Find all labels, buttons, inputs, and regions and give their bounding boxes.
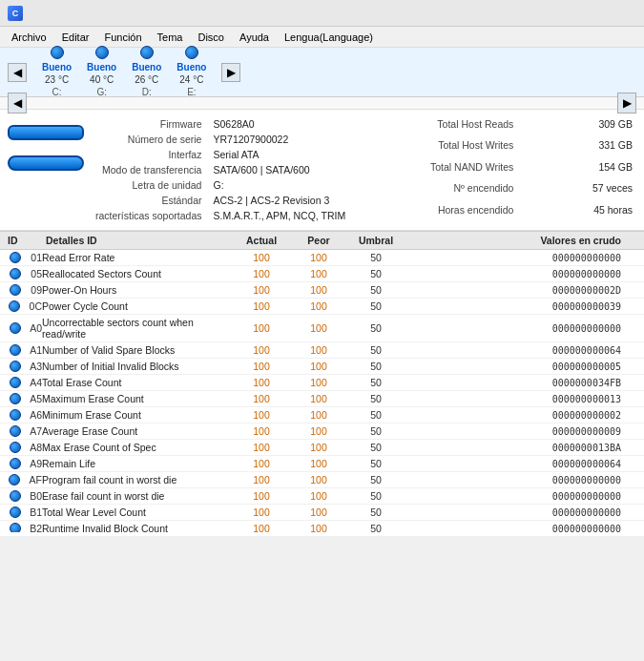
menu-bar: ArchivoEditarFunciónTemaDiscoAyudaLengua…	[0, 27, 644, 48]
row-desc: Total Wear Level Count	[42, 506, 233, 518]
nav-next-button[interactable]: ▶	[617, 93, 636, 114]
row-id-text: B1	[30, 506, 42, 518]
header-actual: Actual	[233, 235, 290, 246]
menu-item-disco[interactable]: Disco	[190, 30, 232, 45]
table-row[interactable]: A5 Maximum Erase Count 100 100 50 000000…	[0, 391, 644, 407]
row-crudo: 000000000000	[405, 475, 640, 485]
row-dot	[10, 442, 21, 453]
menu-item-ayuda[interactable]: Ayuda	[232, 30, 277, 45]
row-id-text: 0C	[30, 300, 42, 312]
maximize-button[interactable]	[581, 4, 608, 23]
row-id: B2	[4, 523, 42, 532]
minimize-button[interactable]	[552, 4, 579, 23]
row-id-text: A1	[30, 344, 42, 356]
row-desc: Maximum Erase Count	[42, 393, 233, 404]
row-actual: 100	[233, 344, 290, 356]
header-umbral: Umbral	[347, 235, 405, 246]
disk-tab-info-0: Bueno 23 °C C:	[42, 61, 72, 98]
row-id-text: A9	[30, 458, 42, 469]
table-header: ID Detalles ID Actual Peor Umbral Valore…	[0, 231, 644, 250]
row-dot	[10, 252, 21, 263]
table-row[interactable]: A9 Remain Life 100 100 50 000000000064	[0, 456, 644, 472]
table-row[interactable]: A6 Minimum Erase Count 100 100 50 000000…	[0, 407, 644, 423]
table-row[interactable]: A1 Number of Valid Spare Blocks 100 100 …	[0, 342, 644, 359]
header-id: ID	[4, 235, 42, 246]
row-dot	[10, 523, 21, 532]
table-row[interactable]: 09 Power-On Hours 100 100 50 00000000002…	[0, 282, 644, 299]
table-body[interactable]: 01 Read Error Rate 100 100 50 0000000000…	[0, 250, 644, 532]
row-id: A5	[4, 393, 42, 404]
menu-item-editar[interactable]: Editar	[54, 30, 97, 45]
row-crudo: 00000000002D	[405, 285, 640, 296]
close-button[interactable]	[610, 4, 636, 23]
disk-tabs: ◀ Bueno 23 °C C: Bueno 40 °C G: Bueno 26…	[0, 48, 644, 97]
row-crudo: 000000000064	[405, 459, 640, 469]
row-umbral: 50	[347, 523, 405, 532]
menu-item-lengua(language)[interactable]: Lengua(Language)	[277, 30, 381, 45]
row-dot	[10, 425, 21, 437]
disk-dot-0	[51, 46, 64, 59]
row-id: A8	[4, 442, 42, 453]
table-row[interactable]: B0 Erase fail count in worst die 100 100…	[0, 488, 644, 505]
detail-label: Número de serie	[92, 133, 209, 146]
menu-item-tema[interactable]: Tema	[150, 30, 191, 45]
row-peor: 100	[290, 490, 347, 502]
prev-disk-arrow[interactable]: ◀	[8, 63, 27, 82]
row-umbral: 50	[347, 474, 405, 485]
row-actual: 100	[233, 300, 290, 312]
row-id-text: B0	[30, 490, 42, 502]
row-id: A3	[4, 361, 42, 372]
table-row[interactable]: 05 Reallocated Sectors Count 100 100 50 …	[0, 266, 644, 282]
row-umbral: 50	[347, 361, 405, 372]
table-row[interactable]: B2 Runtime Invalid Block Count 100 100 5…	[0, 521, 644, 532]
row-peor: 100	[290, 344, 347, 356]
row-dot	[9, 300, 20, 312]
row-peor: 100	[290, 322, 347, 334]
menu-item-archivo[interactable]: Archivo	[4, 30, 54, 45]
row-dot	[10, 361, 21, 372]
next-disk-arrow[interactable]: ▶	[221, 63, 240, 82]
row-id-text: A5	[30, 393, 42, 404]
row-dot	[10, 344, 21, 356]
row-dot	[9, 474, 20, 485]
row-desc: Reallocated Sectors Count	[42, 268, 233, 279]
table-row[interactable]: A7 Average Erase Count 100 100 50 000000…	[0, 423, 644, 440]
row-crudo: 0000000013BA	[405, 443, 640, 453]
row-crudo: 000000000000	[405, 491, 640, 502]
disk-tab-3[interactable]: Bueno 24 °C E:	[177, 46, 206, 98]
table-row[interactable]: A0 Uncorrectable sectors count when read…	[0, 315, 644, 342]
row-id: A9	[4, 458, 42, 469]
row-actual: 100	[233, 252, 290, 263]
row-peor: 100	[290, 377, 347, 388]
disk-tab-info-1: Bueno 40 °C G:	[87, 61, 116, 98]
nav-prev-button[interactable]: ◀	[8, 93, 27, 114]
row-actual: 100	[233, 268, 290, 279]
menu-item-función[interactable]: Función	[96, 30, 149, 45]
table-row[interactable]: A8 Max Erase Count of Spec 100 100 50 00…	[0, 440, 644, 456]
table-row[interactable]: AF Program fail count in worst die 100 1…	[0, 472, 644, 488]
right-value: 331 GB	[521, 138, 636, 157]
row-peor: 100	[290, 268, 347, 279]
table-row[interactable]: 01 Read Error Rate 100 100 50 0000000000…	[0, 250, 644, 266]
right-label: Total Host Reads	[426, 117, 521, 136]
row-umbral: 50	[347, 393, 405, 404]
disk-tab-label-3: Bueno	[177, 61, 206, 73]
disk-tab-1[interactable]: Bueno 40 °C G:	[87, 46, 116, 98]
row-peor: 100	[290, 425, 347, 437]
disk-tab-temp-0: 23 °C	[42, 73, 72, 86]
row-dot	[10, 268, 21, 279]
disk-dot-1	[95, 46, 109, 59]
main-content: ◀ ▶ FirmwareS0628A0Número de serieYR7120…	[0, 97, 644, 536]
table-row[interactable]: A3 Number of Initial Invalid Blocks 100 …	[0, 359, 644, 375]
disk-tab-2[interactable]: Bueno 26 °C D:	[132, 46, 161, 98]
row-actual: 100	[233, 409, 290, 421]
row-id-text: A4	[30, 377, 42, 388]
table-row[interactable]: B1 Total Wear Level Count 100 100 50 000…	[0, 505, 644, 521]
table-row[interactable]: A4 Total Erase Count 100 100 50 00000000…	[0, 375, 644, 391]
disk-tab-label-1: Bueno	[87, 61, 116, 73]
table-row[interactable]: 0C Power Cycle Count 100 100 50 00000000…	[0, 299, 644, 315]
disk-tab-0[interactable]: Bueno 23 °C C:	[42, 46, 72, 98]
row-id: 0C	[4, 300, 42, 312]
detail-value: S.M.A.R.T., APM, NCQ, TRIM	[209, 209, 419, 222]
temp-badge	[8, 155, 84, 171]
